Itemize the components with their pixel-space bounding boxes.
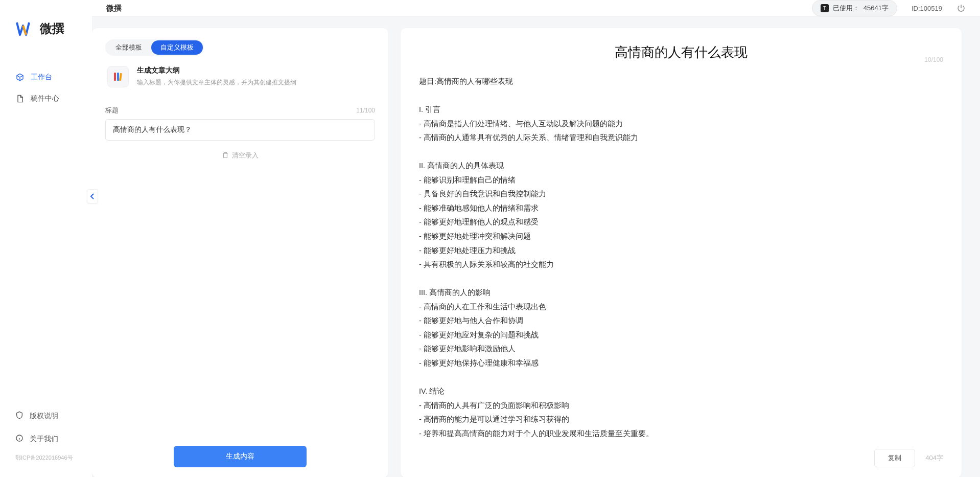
sidebar-item-label: 版权说明 <box>30 412 58 421</box>
sidebar-item-drafts[interactable]: 稿件中心 <box>10 89 82 108</box>
topbar: 微撰 T 已使用： 45641字 ID:100519 <box>92 0 980 17</box>
svg-rect-4 <box>117 73 119 81</box>
title-char-counter: 11/100 <box>356 107 375 114</box>
svg-rect-3 <box>114 73 116 81</box>
shield-icon <box>15 411 24 421</box>
tab-custom-template[interactable]: 自定义模板 <box>151 40 203 55</box>
document-icon <box>15 94 25 103</box>
sidebar-item-workbench[interactable]: 工作台 <box>10 67 82 87</box>
usage-pill[interactable]: T 已使用： 45641字 <box>812 0 897 16</box>
sidebar-item-label: 关于我们 <box>30 435 58 444</box>
usage-value: 45641字 <box>864 4 889 13</box>
info-icon <box>15 434 24 444</box>
books-icon <box>107 66 129 87</box>
tab-all-templates[interactable]: 全部模板 <box>106 40 151 55</box>
copy-button[interactable]: 复制 <box>874 449 915 467</box>
input-panel: 全部模板 自定义模板 生成文章大纲 输入标题，为你提供文章主体的灵感，并为其创建… <box>92 28 388 477</box>
user-id: ID:100519 <box>912 5 942 12</box>
template-title: 生成文章大纲 <box>137 66 296 75</box>
sidebar-collapse-handle[interactable] <box>87 189 98 203</box>
sidebar-footer: 版权说明 关于我们 鄂ICP备2022016946号 <box>0 408 92 472</box>
text-badge-icon: T <box>821 4 829 12</box>
clear-input-button[interactable]: 清空录入 <box>105 151 375 160</box>
title-field-block: 标题 11/100 <box>105 106 375 141</box>
title-field-label: 标题 <box>105 106 119 115</box>
output-panel: 高情商的人有什么表现 10/100 题目:高情商的人有哪些表现 I. 引言 - … <box>401 28 962 477</box>
document-body[interactable]: 题目:高情商的人有哪些表现 I. 引言 - 高情商是指人们处理情绪、与他人互动以… <box>419 75 943 441</box>
logo-mark-icon <box>15 21 36 36</box>
sidebar-nav: 工作台 稿件中心 <box>0 67 92 108</box>
icp-text: 鄂ICP备2022016946号 <box>10 454 82 462</box>
sidebar: 微撰 工作台 稿件中心 版权 <box>0 0 92 477</box>
sidebar-item-about[interactable]: 关于我们 <box>10 431 82 447</box>
trash-icon <box>222 151 229 160</box>
template-tabs: 全部模板 自定义模板 <box>105 39 204 56</box>
app-title: 微撰 <box>106 4 122 13</box>
sidebar-item-label: 稿件中心 <box>31 94 59 103</box>
document-title[interactable]: 高情商的人有什么表现 <box>419 43 943 61</box>
brand-name: 微撰 <box>40 20 64 37</box>
doc-title-counter: 10/100 <box>924 56 943 63</box>
title-input[interactable] <box>105 119 375 141</box>
cube-icon <box>15 73 25 82</box>
template-card: 生成文章大纲 输入标题，为你提供文章主体的灵感，并为其创建推文提纲 <box>105 63 375 94</box>
generate-button[interactable]: 生成内容 <box>174 446 307 467</box>
clear-label: 清空录入 <box>232 151 259 160</box>
brand-logo: 微撰 <box>0 20 92 37</box>
svg-rect-5 <box>119 73 122 81</box>
power-icon[interactable] <box>956 4 966 13</box>
template-desc: 输入标题，为你提供文章主体的灵感，并为其创建推文提纲 <box>137 78 296 87</box>
sidebar-item-label: 工作台 <box>31 73 52 82</box>
usage-label: 已使用： <box>833 4 859 13</box>
sidebar-item-copyright[interactable]: 版权说明 <box>10 408 82 424</box>
word-count: 404字 <box>925 453 943 463</box>
